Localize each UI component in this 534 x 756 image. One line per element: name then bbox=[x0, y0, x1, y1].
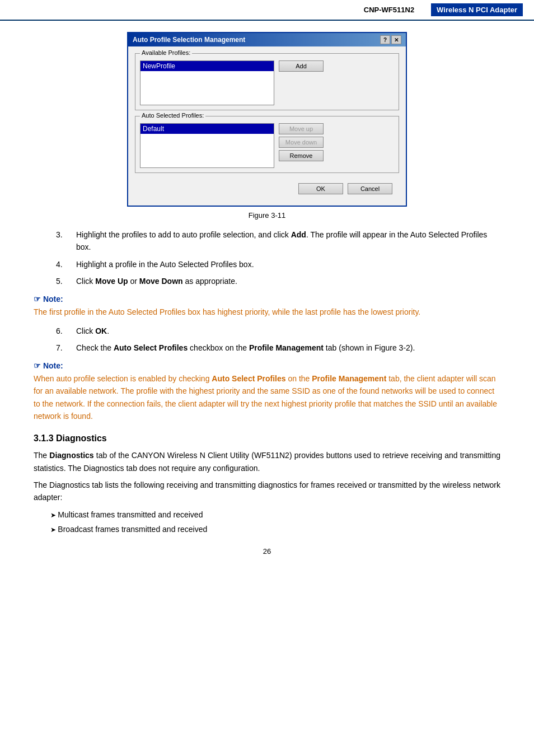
dialog-title: Auto Profile Selection Management bbox=[133, 36, 245, 44]
steps-list: 3. Highlight the profiles to add to auto… bbox=[56, 228, 500, 288]
note-2: ☞ Note: When auto profile selection is e… bbox=[34, 361, 500, 423]
auto-selected-btn-group: Move up Move down Remove bbox=[279, 123, 324, 161]
available-profiles-list[interactable]: NewProfile bbox=[140, 60, 274, 105]
title-buttons: ? ✕ bbox=[380, 35, 401, 44]
dialog-titlebar: Auto Profile Selection Management ? ✕ bbox=[128, 33, 406, 46]
step-3-number: 3. bbox=[56, 228, 72, 254]
add-button[interactable]: Add bbox=[279, 60, 324, 72]
step-3: 3. Highlight the profiles to add to auto… bbox=[56, 228, 500, 254]
available-profiles-label: Available Profiles: bbox=[140, 49, 192, 56]
note-icon: ☞ bbox=[34, 295, 41, 304]
step-7-text: Check the Auto Select Profiles checkbox … bbox=[76, 342, 415, 354]
step-6: 6. Click OK. bbox=[56, 325, 500, 337]
available-profiles-inner: NewProfile Add bbox=[140, 60, 394, 105]
available-btn-group: Add bbox=[279, 60, 324, 72]
note-2-text: When auto profile selection is enabled b… bbox=[34, 372, 500, 423]
step-7-number: 7. bbox=[56, 342, 72, 354]
product-name: CNP-WF511N2 bbox=[364, 6, 414, 14]
page-header: CNP-WF511N2 Wireless N PCI Adapter bbox=[0, 0, 534, 21]
dialog-container: Auto Profile Selection Management ? ✕ Av… bbox=[34, 32, 500, 207]
ok-button[interactable]: OK bbox=[298, 183, 343, 194]
step-5: 5. Click Move Up or Move Down as appropr… bbox=[56, 275, 500, 287]
note-1-text: The first profile in the Auto Selected P… bbox=[34, 306, 500, 318]
step-6-number: 6. bbox=[56, 325, 72, 337]
dialog-body: Available Profiles: NewProfile Add Auto … bbox=[128, 46, 406, 206]
note-2-label-text: Note: bbox=[43, 361, 63, 370]
note-1-label: ☞ Note: bbox=[34, 295, 500, 304]
available-profiles-group: Available Profiles: NewProfile Add bbox=[135, 53, 399, 110]
bullet-list: Multicast frames transmitted and receive… bbox=[50, 508, 500, 536]
section-para1: The Diagnostics tab of the CANYON Wirele… bbox=[34, 449, 500, 474]
note-2-label: ☞ Note: bbox=[34, 361, 500, 370]
figure-caption: Figure 3-11 bbox=[34, 211, 500, 220]
steps-list-2: 6. Click OK. 7. Check the Auto Select Pr… bbox=[56, 325, 500, 354]
bullet-item-2: Broadcast frames transmitted and receive… bbox=[50, 523, 500, 535]
note-1-label-text: Note: bbox=[43, 295, 63, 304]
step-4-text: Highlight a profile in the Auto Selected… bbox=[76, 258, 254, 270]
step-7: 7. Check the Auto Select Profiles checkb… bbox=[56, 342, 500, 354]
step-4: 4. Highlight a profile in the Auto Selec… bbox=[56, 258, 500, 270]
auto-profile-dialog: Auto Profile Selection Management ? ✕ Av… bbox=[127, 32, 407, 207]
auto-selected-list[interactable]: Default bbox=[140, 123, 274, 168]
move-up-button[interactable]: Move up bbox=[279, 123, 324, 134]
list-item[interactable]: Default bbox=[140, 124, 274, 134]
page-number: 26 bbox=[34, 547, 500, 556]
move-down-button[interactable]: Move down bbox=[279, 137, 324, 148]
auto-selected-profiles-group: Auto Selected Profiles: Default Move up … bbox=[135, 116, 399, 173]
step-5-text: Click Move Up or Move Down as appropriat… bbox=[76, 275, 237, 287]
auto-selected-label: Auto Selected Profiles: bbox=[140, 112, 205, 119]
step-3-text: Highlight the profiles to add to auto pr… bbox=[76, 228, 500, 254]
step-6-text: Click OK. bbox=[76, 325, 109, 337]
main-content: Auto Profile Selection Management ? ✕ Av… bbox=[0, 21, 534, 567]
help-button[interactable]: ? bbox=[380, 35, 390, 44]
section-para2: The Diagnostics tab lists the following … bbox=[34, 479, 500, 504]
note-1: ☞ Note: The first profile in the Auto Se… bbox=[34, 295, 500, 318]
cancel-button[interactable]: Cancel bbox=[348, 183, 392, 194]
note-2-icon: ☞ bbox=[34, 361, 41, 370]
auto-selected-inner: Default Move up Move down Remove bbox=[140, 123, 394, 168]
step-4-number: 4. bbox=[56, 258, 72, 270]
close-button[interactable]: ✕ bbox=[391, 35, 401, 44]
list-item[interactable]: NewProfile bbox=[140, 61, 274, 71]
page-title: Wireless N PCI Adapter bbox=[431, 3, 523, 16]
step-5-number: 5. bbox=[56, 275, 72, 287]
remove-button[interactable]: Remove bbox=[279, 150, 324, 161]
section-heading: 3.1.3 Diagnostics bbox=[34, 433, 500, 444]
dialog-footer: OK Cancel bbox=[135, 179, 399, 199]
bullet-item-1: Multicast frames transmitted and receive… bbox=[50, 508, 500, 521]
